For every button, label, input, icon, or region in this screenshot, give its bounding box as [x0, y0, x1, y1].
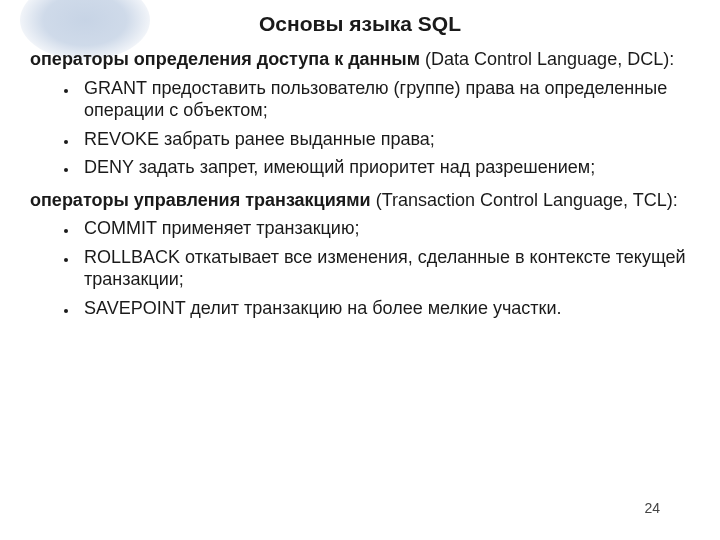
slide: Основы языка SQL операторы определения д…	[0, 0, 720, 540]
list-item: SAVEPOINT делит транзакцию на более мелк…	[78, 297, 690, 320]
section-dcl: операторы определения доступа к данным (…	[30, 48, 690, 71]
section-dcl-rest: (Data Control Language, DCL):	[420, 49, 674, 69]
list-item: DENY задать запрет, имеющий приоритет на…	[78, 156, 690, 179]
tcl-bullets: COMMIT применяет транзакцию; ROLLBACK от…	[30, 217, 690, 319]
section-tcl-rest: (Transaction Control Language, TCL):	[371, 190, 678, 210]
page-title: Основы языка SQL	[30, 12, 690, 36]
list-item: REVOKE забрать ранее выданные права;	[78, 128, 690, 151]
section-dcl-bold: операторы определения доступа к данным	[30, 49, 420, 69]
list-item: COMMIT применяет транзакцию;	[78, 217, 690, 240]
section-tcl: операторы управления транзакциями (Trans…	[30, 189, 690, 212]
page-number: 24	[644, 500, 660, 516]
dcl-bullets: GRANT предоставить пользователю (группе)…	[30, 77, 690, 179]
list-item: GRANT предоставить пользователю (группе)…	[78, 77, 690, 122]
list-item: ROLLBACK откатывает все изменения, сдела…	[78, 246, 690, 291]
section-tcl-bold: операторы управления транзакциями	[30, 190, 371, 210]
